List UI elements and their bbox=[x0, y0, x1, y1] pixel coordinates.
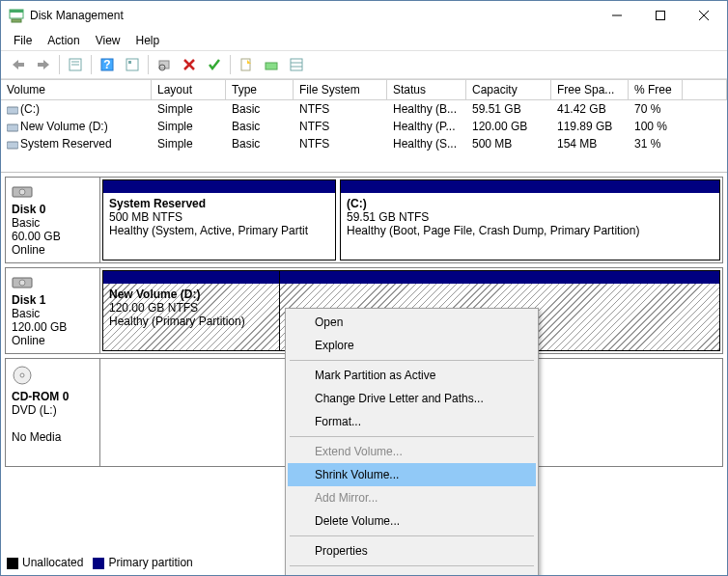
col-capacity[interactable]: Capacity bbox=[466, 80, 551, 99]
ctx-open[interactable]: Open bbox=[288, 311, 536, 334]
svg-rect-13 bbox=[128, 61, 131, 64]
window-title: Disk Management bbox=[30, 9, 595, 22]
disk-type: Basic bbox=[12, 307, 94, 320]
ctx-properties[interactable]: Properties bbox=[288, 539, 536, 562]
ctx-shrink[interactable]: Shrink Volume... bbox=[288, 463, 536, 486]
app-icon bbox=[9, 8, 24, 23]
legend: Unallocated Primary partition bbox=[7, 556, 193, 569]
svg-rect-24 bbox=[7, 124, 18, 131]
svg-point-31 bbox=[20, 373, 24, 377]
properties-icon[interactable] bbox=[64, 53, 87, 76]
ctx-help[interactable]: Help bbox=[288, 569, 536, 576]
menu-view[interactable]: View bbox=[89, 32, 127, 49]
col-spare bbox=[683, 80, 727, 99]
list-icon[interactable] bbox=[285, 53, 308, 76]
maximize-button[interactable] bbox=[638, 2, 682, 30]
help-icon[interactable]: ? bbox=[96, 53, 119, 76]
ctx-mark-active[interactable]: Mark Partition as Active bbox=[288, 364, 536, 387]
context-menu: Open Explore Mark Partition as Active Ch… bbox=[285, 308, 539, 576]
disk-size: 120.00 GB bbox=[12, 320, 94, 334]
disk-icon bbox=[12, 183, 33, 199]
refresh-icon[interactable] bbox=[153, 53, 176, 76]
menu-bar: File Action View Help bbox=[1, 30, 727, 50]
col-pctfree[interactable]: % Free bbox=[629, 80, 683, 99]
svg-rect-2 bbox=[12, 19, 21, 22]
disk-icon bbox=[12, 274, 33, 289]
delete-icon[interactable] bbox=[178, 53, 201, 76]
volume-row[interactable]: New Volume (D:)SimpleBasicNTFSHealthy (P… bbox=[1, 118, 727, 135]
svg-rect-23 bbox=[7, 107, 18, 114]
ctx-format[interactable]: Format... bbox=[288, 410, 536, 433]
svg-point-27 bbox=[19, 189, 25, 195]
ctx-extend: Extend Volume... bbox=[288, 440, 536, 463]
minimize-button[interactable] bbox=[595, 2, 638, 30]
apply-icon[interactable] bbox=[203, 53, 226, 76]
svg-rect-12 bbox=[126, 59, 138, 70]
close-button[interactable] bbox=[682, 2, 725, 30]
svg-rect-4 bbox=[656, 12, 664, 20]
svg-rect-1 bbox=[10, 10, 23, 13]
ctx-mirror: Add Mirror... bbox=[288, 486, 536, 509]
svg-rect-18 bbox=[241, 59, 250, 70]
disk-type: Basic bbox=[12, 216, 94, 230]
col-status[interactable]: Status bbox=[387, 80, 466, 99]
ctx-change-letter[interactable]: Change Drive Letter and Paths... bbox=[288, 387, 536, 410]
menu-action[interactable]: Action bbox=[41, 32, 86, 49]
cd-name: CD-ROM 0 bbox=[12, 390, 94, 403]
disk-0[interactable]: Disk 0 Basic 60.00 GB Online System Rese… bbox=[5, 177, 723, 263]
col-volume[interactable]: Volume bbox=[1, 80, 152, 99]
cd-state: No Media bbox=[12, 430, 94, 444]
new-icon[interactable] bbox=[235, 53, 258, 76]
titlebar: Disk Management bbox=[1, 1, 727, 30]
svg-rect-25 bbox=[7, 142, 18, 149]
volume-row[interactable]: (C:)SimpleBasicNTFSHealthy (B...59.51 GB… bbox=[1, 100, 727, 118]
back-button[interactable] bbox=[7, 53, 30, 76]
forward-button[interactable] bbox=[32, 53, 55, 76]
settings-icon[interactable] bbox=[121, 53, 144, 76]
partition-c[interactable]: (C:) 59.51 GB NTFS Healthy (Boot, Page F… bbox=[340, 179, 720, 261]
menu-file[interactable]: File bbox=[7, 32, 39, 49]
volume-list: Volume Layout Type File System Status Ca… bbox=[1, 79, 727, 173]
menu-help[interactable]: Help bbox=[129, 32, 167, 49]
ctx-delete[interactable]: Delete Volume... bbox=[288, 509, 536, 533]
cdrom-icon bbox=[12, 365, 33, 386]
cd-drive: DVD (L:) bbox=[12, 403, 94, 417]
column-headers[interactable]: Volume Layout Type File System Status Ca… bbox=[1, 79, 727, 100]
toolbar: ? bbox=[1, 50, 727, 79]
col-type[interactable]: Type bbox=[226, 80, 294, 99]
svg-rect-20 bbox=[291, 59, 302, 70]
disk-name: Disk 1 bbox=[12, 293, 94, 307]
disk-state: Online bbox=[12, 243, 94, 257]
volume-row[interactable]: System ReservedSimpleBasicNTFSHealthy (S… bbox=[1, 135, 727, 152]
disk-name: Disk 0 bbox=[12, 203, 94, 216]
volume-icon[interactable] bbox=[260, 53, 283, 76]
svg-point-29 bbox=[19, 280, 25, 286]
svg-rect-19 bbox=[266, 63, 277, 69]
ctx-explore[interactable]: Explore bbox=[288, 334, 536, 357]
col-free[interactable]: Free Spa... bbox=[551, 80, 629, 99]
disk-state: Online bbox=[12, 334, 94, 347]
partition-system-reserved[interactable]: System Reserved 500 MB NTFS Healthy (Sys… bbox=[102, 179, 336, 261]
disk-size: 60.00 GB bbox=[12, 230, 94, 243]
col-layout[interactable]: Layout bbox=[152, 80, 226, 99]
svg-text:?: ? bbox=[103, 58, 110, 71]
partition-d-selected[interactable]: New Volume (D:) 120.00 GB NTFS Healthy (… bbox=[102, 270, 280, 351]
col-fs[interactable]: File System bbox=[294, 80, 387, 99]
